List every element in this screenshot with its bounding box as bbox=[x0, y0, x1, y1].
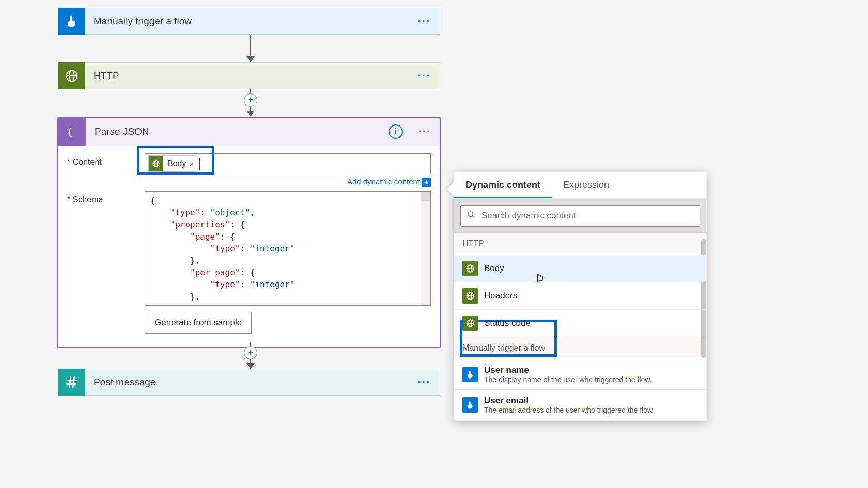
globe-icon bbox=[462, 316, 478, 331]
add-step-button[interactable]: + bbox=[244, 346, 257, 359]
content-input[interactable]: Body × bbox=[145, 153, 431, 174]
globe-icon bbox=[58, 62, 85, 89]
step-trigger[interactable]: Manually trigger a flow ··· bbox=[58, 8, 440, 35]
info-icon[interactable]: i bbox=[389, 124, 403, 139]
dynamic-group-http: HTTP bbox=[454, 233, 706, 255]
arrow-connector: + bbox=[247, 342, 254, 369]
step-http-menu[interactable]: ··· bbox=[409, 69, 440, 83]
step-http[interactable]: HTTP ··· bbox=[58, 62, 440, 89]
add-dynamic-content-link[interactable]: Add dynamic content+ bbox=[145, 177, 431, 187]
step-parse-json: { } Parse JSON i ··· * Content Body × bbox=[57, 117, 441, 348]
svg-point-7 bbox=[468, 212, 473, 216]
dynamic-item-body[interactable]: Body bbox=[454, 255, 706, 282]
step-parse-header[interactable]: { } Parse JSON i ··· bbox=[58, 118, 440, 146]
dynamic-item-user-name[interactable]: User name The display name of the user w… bbox=[454, 359, 706, 390]
generate-from-sample-button[interactable]: Generate from sample bbox=[145, 312, 252, 334]
content-label: * Content bbox=[67, 153, 145, 187]
touch-icon bbox=[462, 397, 478, 413]
svg-text:{ }: { } bbox=[67, 127, 80, 137]
schema-textarea[interactable]: { "type": "object", "properties": { "pag… bbox=[145, 191, 431, 306]
dynamic-item-status-code[interactable]: Status code bbox=[454, 310, 706, 337]
step-post-title: Post message bbox=[85, 376, 409, 388]
body-token[interactable]: Body × bbox=[148, 155, 197, 172]
touch-icon bbox=[58, 8, 85, 35]
schema-label: * Schema bbox=[67, 191, 145, 334]
dynamic-content-panel: Dynamic content Expression HTTP Body bbox=[454, 172, 707, 421]
plus-icon: + bbox=[422, 178, 431, 187]
tab-dynamic-content[interactable]: Dynamic content bbox=[454, 172, 552, 198]
dynamic-search-field[interactable] bbox=[482, 211, 693, 221]
arrow-connector: + bbox=[247, 89, 254, 117]
token-remove[interactable]: × bbox=[189, 160, 194, 168]
add-step-button[interactable]: + bbox=[244, 93, 257, 107]
arrow-connector bbox=[247, 35, 254, 62]
dynamic-item-user-email[interactable]: User email The email address of the user… bbox=[454, 390, 706, 420]
tab-expression[interactable]: Expression bbox=[552, 172, 621, 198]
globe-icon bbox=[462, 261, 478, 276]
touch-icon bbox=[462, 367, 478, 382]
step-trigger-title: Manually trigger a flow bbox=[85, 15, 409, 27]
search-icon bbox=[467, 211, 475, 221]
token-label: Body bbox=[167, 159, 186, 168]
globe-icon bbox=[149, 156, 163, 171]
step-post-message[interactable]: Post message ··· bbox=[58, 369, 440, 396]
step-parse-title: Parse JSON bbox=[86, 126, 389, 137]
step-post-menu[interactable]: ··· bbox=[409, 375, 440, 389]
dynamic-search-input[interactable] bbox=[460, 205, 700, 227]
hash-icon bbox=[58, 369, 85, 396]
step-trigger-menu[interactable]: ··· bbox=[409, 14, 440, 28]
svg-line-8 bbox=[472, 216, 474, 218]
dynamic-group-trigger: Manually trigger a flow bbox=[454, 337, 706, 359]
step-parse-menu[interactable]: ··· bbox=[409, 125, 440, 138]
step-http-title: HTTP bbox=[85, 70, 409, 82]
json-icon: { } bbox=[58, 118, 86, 146]
globe-icon bbox=[462, 288, 478, 304]
dynamic-item-headers[interactable]: Headers bbox=[454, 282, 706, 310]
